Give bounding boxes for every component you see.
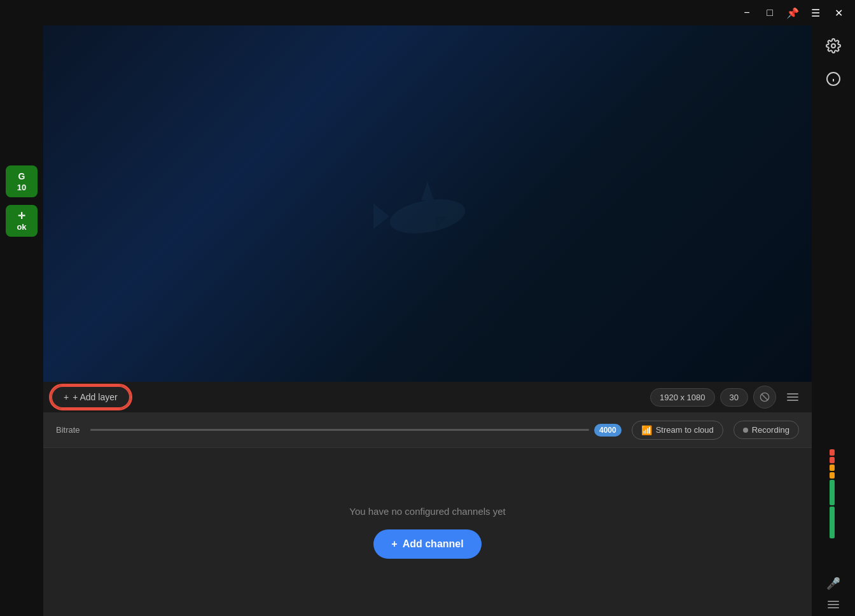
add-channel-plus-icon: + [391, 538, 397, 550]
stream-to-cloud-button[interactable]: 📶 Stream to cloud [632, 421, 723, 440]
preview-bottom-bar: + + Add layer 1920 x 1080 30 [43, 382, 812, 412]
settings-icon[interactable] [819, 32, 847, 60]
svg-point-4 [387, 194, 468, 239]
minimize-button[interactable]: − [735, 1, 758, 24]
mute-button[interactable] [753, 386, 776, 409]
recording-dot-icon [743, 428, 748, 433]
volume-bar-yellow-1 [830, 472, 835, 479]
preview-area [43, 25, 812, 407]
left-sidebar: G 10 ✛ ok [0, 25, 43, 616]
wifi-icon: 📶 [641, 425, 652, 435]
resolution-selector[interactable]: 1920 x 1080 [650, 388, 715, 407]
add-layer-plus-icon: + [64, 392, 69, 402]
volume-bar-yellow-2 [830, 465, 835, 471]
pin-button[interactable]: 📌 [781, 1, 804, 24]
add-layer-label: + Add layer [73, 392, 117, 402]
fps-badge-icon: G [18, 171, 25, 181]
mic-icon[interactable]: 🎤 [826, 577, 840, 591]
volume-bar-red-1 [830, 457, 835, 463]
svg-point-0 [831, 44, 835, 48]
recording-button[interactable]: Recording [733, 421, 799, 439]
add-channel-label: Add channel [403, 538, 464, 550]
volume-meter [830, 424, 837, 538]
bottom-panel: Bitrate 4000 📶 Stream to cloud Recording… [43, 412, 812, 616]
right-sidebar: 🎤 [812, 0, 855, 616]
svg-marker-6 [421, 181, 434, 200]
bottom-toolbar: Bitrate 4000 📶 Stream to cloud Recording [43, 412, 812, 448]
fps-selector[interactable]: 30 [720, 388, 748, 407]
stream-cloud-label: Stream to cloud [656, 425, 714, 435]
hamburger-menu-icon[interactable] [826, 601, 841, 608]
svg-marker-5 [373, 204, 389, 229]
volume-bar-green-2 [830, 480, 835, 505]
ok-badge-icon: ✛ [18, 211, 25, 221]
info-icon[interactable] [819, 65, 847, 93]
ok-badge-button[interactable]: ✛ ok [6, 205, 38, 237]
menu-button[interactable]: ☰ [804, 1, 827, 24]
add-layer-button[interactable]: + + Add layer [51, 386, 130, 409]
volume-bar-green-1 [830, 507, 835, 538]
empty-state: You have no configured channels yet + Ad… [43, 448, 812, 616]
fps-badge-button[interactable]: G 10 [6, 165, 38, 197]
maximize-button[interactable]: □ [758, 1, 781, 24]
titlebar: − □ 📌 ☰ ✕ [0, 0, 855, 25]
empty-state-message: You have no configured channels yet [349, 506, 505, 517]
svg-line-9 [761, 394, 767, 400]
recording-label: Recording [752, 425, 789, 435]
add-channel-button[interactable]: + Add channel [373, 529, 481, 559]
volume-bar-red-2 [830, 449, 835, 456]
close-button[interactable]: ✕ [827, 1, 850, 24]
preview-watermark [364, 153, 491, 280]
preview-menu-button[interactable] [781, 386, 804, 409]
fps-badge-value: 10 [17, 183, 26, 192]
ok-badge-value: ok [17, 222, 26, 232]
bitrate-slider-container: 4000 [90, 424, 622, 437]
bitrate-label: Bitrate [56, 425, 80, 435]
